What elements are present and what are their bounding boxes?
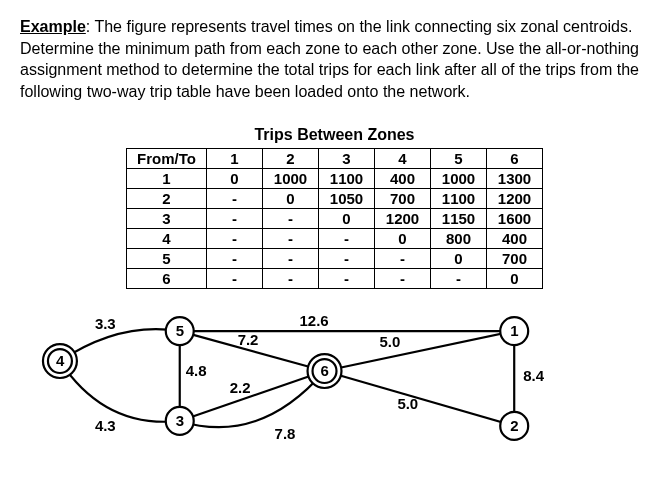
cell: 1150 xyxy=(431,209,487,229)
network-diagram: 3.3 4.3 4.8 7.2 2.2 7.8 12.6 5.0 5.0 8.4… xyxy=(20,301,649,451)
row-header: 4 xyxy=(127,229,207,249)
node-3-label: 3 xyxy=(176,412,184,429)
node-2-label: 2 xyxy=(510,417,518,434)
th-1: 1 xyxy=(207,149,263,169)
cell: 0 xyxy=(207,169,263,189)
cell: - xyxy=(207,249,263,269)
cell: 1000 xyxy=(263,169,319,189)
cell: - xyxy=(207,229,263,249)
th-fromto: From/To xyxy=(127,149,207,169)
edge-label-36b: 7.8 xyxy=(275,425,296,442)
edge-label-61: 5.0 xyxy=(379,333,400,350)
cell: - xyxy=(263,209,319,229)
cell: 1050 xyxy=(319,189,375,209)
th-3: 3 xyxy=(319,149,375,169)
example-label: Example xyxy=(20,18,86,35)
edge-label-51: 12.6 xyxy=(300,312,329,329)
edge-label-45: 3.3 xyxy=(95,315,116,332)
cell: 700 xyxy=(487,249,543,269)
node-3: 3 xyxy=(166,407,194,435)
cell: 0 xyxy=(319,209,375,229)
th-4: 4 xyxy=(375,149,431,169)
cell: 1000 xyxy=(431,169,487,189)
cell: 1200 xyxy=(375,209,431,229)
table-row: 6-----0 xyxy=(127,269,543,289)
node-4: 4 xyxy=(43,344,77,378)
trips-table: From/To 1 2 3 4 5 6 10100011004001000130… xyxy=(126,148,543,289)
node-6: 6 xyxy=(308,354,342,388)
node-5-label: 5 xyxy=(176,322,184,339)
cell: 400 xyxy=(487,229,543,249)
node-1: 1 xyxy=(500,317,528,345)
node-6-label: 6 xyxy=(321,362,329,379)
table-header-row: From/To 1 2 3 4 5 6 xyxy=(127,149,543,169)
edge-6-1 xyxy=(325,331,515,371)
row-header: 1 xyxy=(127,169,207,189)
node-5: 5 xyxy=(166,317,194,345)
cell: 0 xyxy=(431,249,487,269)
edge-label-12: 8.4 xyxy=(523,367,544,384)
edge-4-5 xyxy=(60,329,180,361)
cell: - xyxy=(375,249,431,269)
row-header: 2 xyxy=(127,189,207,209)
th-2: 2 xyxy=(263,149,319,169)
cell: 800 xyxy=(431,229,487,249)
table-row: 5----0700 xyxy=(127,249,543,269)
cell: 1300 xyxy=(487,169,543,189)
cell: - xyxy=(207,189,263,209)
cell: 700 xyxy=(375,189,431,209)
cell: 1100 xyxy=(319,169,375,189)
cell: 1100 xyxy=(431,189,487,209)
row-header: 5 xyxy=(127,249,207,269)
th-5: 5 xyxy=(431,149,487,169)
cell: - xyxy=(319,229,375,249)
cell: - xyxy=(375,269,431,289)
cell: 0 xyxy=(487,269,543,289)
cell: - xyxy=(263,249,319,269)
cell: 1600 xyxy=(487,209,543,229)
cell: - xyxy=(431,269,487,289)
edge-label-62: 5.0 xyxy=(397,395,418,412)
edge-label-56: 7.2 xyxy=(238,331,259,348)
table-row: 101000110040010001300 xyxy=(127,169,543,189)
row-header: 3 xyxy=(127,209,207,229)
edge-label-36a: 2.2 xyxy=(230,379,251,396)
cell: - xyxy=(319,269,375,289)
edge-label-43: 4.3 xyxy=(95,417,116,434)
row-header: 6 xyxy=(127,269,207,289)
cell: - xyxy=(263,229,319,249)
cell: - xyxy=(207,209,263,229)
example-intro: Example: The figure represents travel ti… xyxy=(20,16,649,102)
cell: - xyxy=(263,269,319,289)
cell: 1200 xyxy=(487,189,543,209)
edge-4-3 xyxy=(60,361,180,422)
edge-6-2 xyxy=(325,371,515,426)
node-2: 2 xyxy=(500,412,528,440)
node-1-label: 1 xyxy=(510,322,518,339)
table-title: Trips Between Zones xyxy=(20,126,649,144)
table-row: 3--0120011501600 xyxy=(127,209,543,229)
table-row: 2-0105070011001200 xyxy=(127,189,543,209)
cell: - xyxy=(319,249,375,269)
example-text: : The figure represents travel times on … xyxy=(20,18,639,100)
cell: 0 xyxy=(375,229,431,249)
cell: - xyxy=(207,269,263,289)
table-row: 4---0800400 xyxy=(127,229,543,249)
th-6: 6 xyxy=(487,149,543,169)
edge-label-53: 4.8 xyxy=(186,362,207,379)
node-4-label: 4 xyxy=(56,352,65,369)
cell: 400 xyxy=(375,169,431,189)
cell: 0 xyxy=(263,189,319,209)
